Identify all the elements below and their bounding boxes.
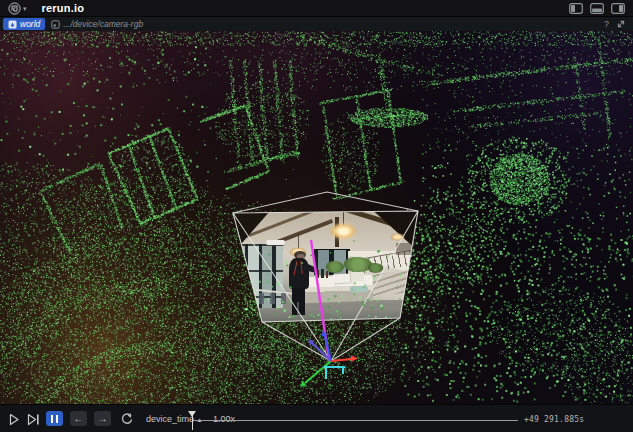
panel-toggle-group — [569, 3, 625, 14]
tabbar-actions: ? — [604, 19, 630, 29]
app-menu-button[interactable]: ▾ — [8, 2, 27, 15]
follow-button[interactable] — [27, 413, 40, 426]
person-leg-gap — [297, 302, 299, 315]
tab-world[interactable]: world — [3, 18, 45, 30]
ac-unit — [266, 240, 285, 245]
speed-value: 1.00x — [213, 414, 235, 424]
step-forward-button[interactable]: → — [94, 411, 111, 426]
bottle — [321, 269, 324, 278]
plant — [326, 261, 345, 273]
app-title: rerun.io — [42, 2, 85, 14]
breadcrumb[interactable]: .../device/camera-rgb — [51, 19, 143, 29]
toggle-right-panel-icon[interactable] — [611, 3, 625, 14]
image-entity-icon — [51, 20, 60, 29]
plant-pot — [351, 272, 364, 281]
spatial-3d-viewport — [0, 31, 633, 404]
help-button[interactable]: ? — [604, 19, 609, 29]
view-tab-bar: world .../device/camera-rgb ? — [0, 17, 633, 31]
timeline-name: device_time — [146, 414, 194, 424]
play-button[interactable] — [9, 413, 20, 426]
maximize-view-icon[interactable] — [616, 19, 626, 29]
toggle-bottom-panel-icon[interactable] — [590, 3, 604, 14]
arrow-left-icon: ← — [74, 414, 84, 424]
arrow-right-icon: → — [98, 414, 108, 424]
step-back-button[interactable]: ← — [70, 411, 87, 426]
pendant-lamp — [390, 233, 405, 241]
playback-speed[interactable]: 1.00x — [213, 414, 235, 424]
spatial-view-icon — [8, 20, 17, 29]
loop-button[interactable] — [120, 412, 134, 425]
pendant-lamp-bulb — [338, 228, 349, 236]
rerun-logo-icon — [8, 2, 21, 15]
camera-rgb-image[interactable] — [233, 211, 418, 322]
playhead-stem — [192, 415, 193, 430]
pause-button[interactable] — [46, 411, 63, 426]
pause-icon — [51, 415, 58, 423]
plant — [368, 263, 383, 273]
timeline-track[interactable] — [193, 420, 518, 421]
bottle — [326, 271, 329, 278]
time-panel: ← → device_time ▲ 1.00x +49 291.885s — [0, 404, 633, 432]
counter-box — [333, 274, 350, 284]
person-silhouette — [283, 251, 314, 315]
current-time-label: +49 291.885s — [524, 405, 584, 432]
breadcrumb-path: .../device/camera-rgb — [63, 19, 143, 29]
counter-tub — [350, 286, 369, 292]
menu-caret-icon: ▾ — [23, 5, 27, 12]
top-menu-bar: ▾ rerun.io — [0, 0, 633, 17]
bottle — [316, 270, 319, 278]
toggle-left-panel-icon[interactable] — [569, 3, 583, 14]
rerun-viewer-window: ▾ rerun.io world — [0, 0, 633, 432]
tab-world-label: world — [20, 19, 40, 29]
current-time-value: +49 291.885s — [524, 415, 584, 424]
